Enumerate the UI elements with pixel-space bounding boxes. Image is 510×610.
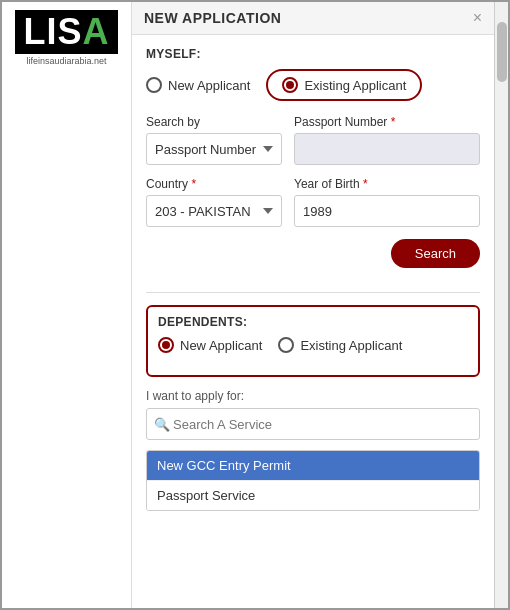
year-of-birth-group: Year of Birth *	[294, 177, 480, 227]
dialog-body: MYSELF: New Applicant Existing Applicant…	[132, 35, 494, 608]
passport-number-group: Passport Number *	[294, 115, 480, 165]
logo: LISA	[15, 10, 117, 54]
passport-required-star: *	[391, 115, 396, 129]
logo-subtext: lifeinsaudiarabia.net	[26, 56, 106, 66]
dep-existing-applicant-label: Existing Applicant	[300, 338, 402, 353]
myself-existing-applicant-label: Existing Applicant	[304, 78, 406, 93]
service-search-wrap: 🔍	[146, 408, 480, 440]
passport-number-label: Passport Number *	[294, 115, 480, 129]
search-icon: 🔍	[154, 417, 170, 432]
dependents-box: DEPENDENTS: New Applicant Existing Appli…	[146, 305, 480, 377]
search-by-group: Search by Passport NumberIqama NumberNat…	[146, 115, 282, 165]
year-required-star: *	[363, 177, 368, 191]
service-item-passport[interactable]: Passport Service	[147, 480, 479, 510]
passport-number-input[interactable]	[294, 133, 480, 165]
service-search-label: I want to apply for:	[146, 389, 480, 403]
dep-existing-applicant-radio[interactable]	[278, 337, 294, 353]
divider	[146, 292, 480, 293]
search-button-row: Search	[146, 239, 480, 280]
myself-existing-applicant-radio[interactable]	[282, 77, 298, 93]
country-select[interactable]: 203 - PAKISTAN	[146, 195, 282, 227]
dependents-label: DEPENDENTS:	[158, 315, 468, 329]
myself-new-applicant-radio[interactable]	[146, 77, 162, 93]
search-button[interactable]: Search	[391, 239, 480, 268]
myself-new-applicant-label: New Applicant	[168, 78, 250, 93]
myself-radio-group: New Applicant Existing Applicant	[146, 69, 480, 101]
myself-label: MYSELF:	[146, 47, 480, 61]
scrollbar-track[interactable]	[494, 2, 508, 608]
dependents-radio-group: New Applicant Existing Applicant	[158, 337, 468, 353]
country-required-star: *	[191, 177, 196, 191]
country-year-row: Country * 203 - PAKISTAN Year of Birth *	[146, 177, 480, 227]
year-of-birth-label: Year of Birth *	[294, 177, 480, 191]
dep-new-applicant-label: New Applicant	[180, 338, 262, 353]
dialog-title: NEW APPLICATION	[144, 10, 281, 26]
service-item-gcc[interactable]: New GCC Entry Permit	[147, 451, 479, 480]
service-list: New GCC Entry Permit Passport Service	[146, 450, 480, 511]
dep-existing-applicant-option[interactable]: Existing Applicant	[278, 337, 402, 353]
scrollbar-thumb[interactable]	[497, 22, 507, 82]
logo-panel: LISA lifeinsaudiarabia.net	[2, 2, 132, 608]
country-label: Country *	[146, 177, 282, 191]
dialog-header: NEW APPLICATION ×	[132, 2, 494, 35]
myself-existing-applicant-option[interactable]: Existing Applicant	[266, 69, 422, 101]
myself-new-applicant-option[interactable]: New Applicant	[146, 77, 250, 93]
close-button[interactable]: ×	[473, 10, 482, 26]
search-by-select[interactable]: Passport NumberIqama NumberNational ID	[146, 133, 282, 165]
search-passport-row: Search by Passport NumberIqama NumberNat…	[146, 115, 480, 165]
country-group: Country * 203 - PAKISTAN	[146, 177, 282, 227]
service-search-input[interactable]	[146, 408, 480, 440]
search-by-label: Search by	[146, 115, 282, 129]
dep-new-applicant-option[interactable]: New Applicant	[158, 337, 262, 353]
year-of-birth-input[interactable]	[294, 195, 480, 227]
dep-new-applicant-radio[interactable]	[158, 337, 174, 353]
dialog: NEW APPLICATION × MYSELF: New Applicant …	[132, 2, 494, 608]
